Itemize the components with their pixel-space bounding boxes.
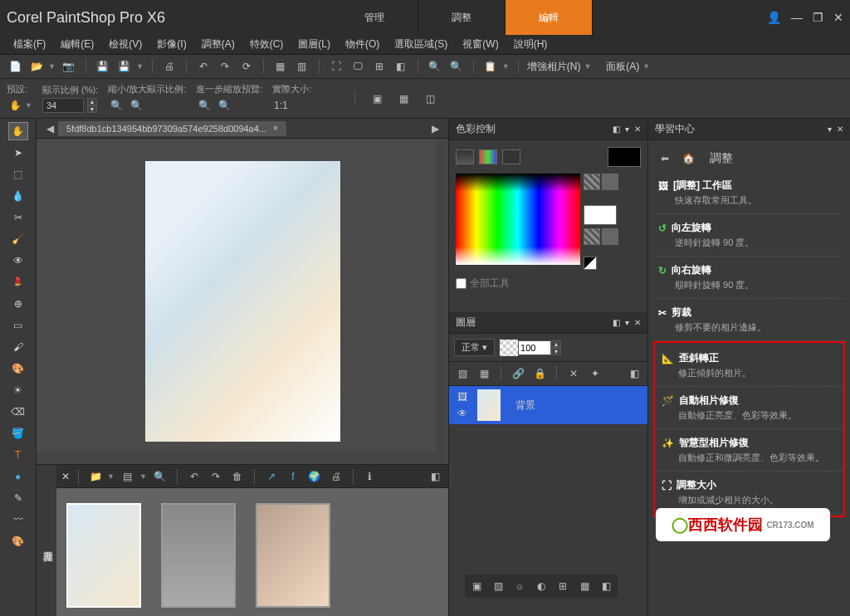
- actual-icon[interactable]: 1:1: [272, 97, 289, 114]
- canvas-viewport[interactable]: [37, 139, 448, 464]
- layer-type-icon[interactable]: 🖼: [452, 389, 472, 404]
- new-icon[interactable]: 📄: [7, 58, 23, 75]
- mini3-icon[interactable]: ☼: [511, 578, 528, 594]
- delete-layer-icon[interactable]: ✕: [565, 365, 582, 382]
- chip-pattern1[interactable]: [584, 174, 600, 190]
- lock-icon[interactable]: 🔒: [531, 365, 548, 382]
- oil-tool[interactable]: 🎨: [8, 532, 28, 550]
- org-rotate-l-icon[interactable]: ↶: [186, 468, 203, 485]
- link-icon[interactable]: 🔗: [510, 365, 526, 382]
- learn-home-icon[interactable]: 🏠: [680, 150, 696, 167]
- menu-image[interactable]: 影像(I): [150, 36, 193, 53]
- learn-item-rotate-right[interactable]: ↻向右旋轉 順時針旋轉 90 度。: [653, 257, 845, 299]
- panel-menu[interactable]: 面板(A): [606, 60, 639, 74]
- fill-tool[interactable]: 🪣: [8, 424, 28, 442]
- mask-icon[interactable]: ▦: [476, 365, 492, 382]
- brush-tool[interactable]: 🖌: [8, 338, 28, 356]
- zoom-out-icon[interactable]: 🔍: [427, 58, 443, 75]
- org-folder-dropdown[interactable]: ▼: [107, 472, 115, 481]
- learn-item-crop[interactable]: ✂剪裁 修剪不要的相片邊緣。: [653, 299, 845, 341]
- canvas-image[interactable]: [145, 161, 340, 442]
- zoom-up[interactable]: ▲: [87, 98, 97, 105]
- org-menu-icon[interactable]: ◧: [427, 468, 443, 485]
- redo-icon[interactable]: ↷: [217, 58, 233, 75]
- pointer-tool[interactable]: ➤: [8, 144, 28, 162]
- copy-dropdown[interactable]: ▼: [502, 62, 510, 71]
- menu-adjust[interactable]: 調整(A): [195, 36, 242, 53]
- menu-selection[interactable]: 選取區域(S): [388, 36, 454, 53]
- clone-tool[interactable]: ⊕: [8, 295, 28, 313]
- bw-swatch[interactable]: [584, 257, 597, 270]
- smudge-tool[interactable]: 〰: [8, 511, 28, 529]
- saveas-dropdown[interactable]: ▼: [136, 62, 144, 71]
- zoom-in-icon[interactable]: 🔍: [448, 58, 465, 75]
- thumbnail-3[interactable]: [256, 503, 330, 608]
- tool4-icon[interactable]: ◧: [393, 58, 409, 75]
- org-map-icon[interactable]: 🌍: [306, 468, 323, 485]
- grid-icon[interactable]: ⊞: [371, 58, 388, 75]
- zoom-in2-icon[interactable]: 🔍: [128, 97, 144, 114]
- text-tool[interactable]: T: [8, 446, 28, 464]
- extra2-icon[interactable]: ▦: [395, 90, 412, 107]
- zoom-input[interactable]: [42, 98, 84, 113]
- mini6-icon[interactable]: ▦: [576, 578, 593, 594]
- org-print-icon[interactable]: 🖨: [328, 468, 344, 485]
- crop-tool[interactable]: ✂: [8, 208, 28, 227]
- new-layer-icon[interactable]: ▧: [454, 365, 471, 382]
- extra1-icon[interactable]: ▣: [369, 90, 385, 107]
- color-panel-header[interactable]: 色彩控制 ◧▾✕: [449, 119, 647, 140]
- nav-prev-icon[interactable]: ◀: [42, 120, 58, 137]
- frame-style-2[interactable]: [479, 149, 497, 164]
- shape-tool[interactable]: ●: [8, 467, 28, 486]
- org-rotate-r-icon[interactable]: ↷: [208, 468, 224, 485]
- org-close-icon[interactable]: ✕: [61, 471, 70, 482]
- org-view-icon[interactable]: ▤: [120, 468, 136, 485]
- zoom-out2-icon[interactable]: 🔍: [108, 97, 125, 114]
- learn-item-auto-fix[interactable]: 🪄自動相片修復 自動修正亮度、色彩等效果。: [657, 387, 842, 429]
- color-picker[interactable]: [456, 174, 580, 265]
- menu-view[interactable]: 檢視(V): [102, 36, 149, 53]
- mini1-icon[interactable]: ▣: [468, 578, 485, 594]
- history-icon[interactable]: ⟳: [238, 58, 255, 75]
- horizontal-scrollbar[interactable]: [37, 452, 448, 464]
- document-tab-close[interactable]: ×: [273, 124, 278, 133]
- preset-dropdown[interactable]: ▼: [25, 101, 32, 110]
- layer-name[interactable]: 背景: [515, 398, 535, 413]
- layout2-icon[interactable]: ▥: [294, 58, 310, 75]
- minimize-button[interactable]: —: [791, 11, 803, 24]
- extra3-icon[interactable]: ◫: [422, 90, 438, 107]
- menu-effects[interactable]: 特效(C): [243, 36, 291, 53]
- layers-panel-undock-icon[interactable]: ◧: [613, 318, 620, 327]
- redeye-tool[interactable]: 👁: [8, 252, 28, 270]
- thumbnail-1[interactable]: [66, 503, 141, 608]
- learning-panel-header[interactable]: 學習中心 ▾✕: [648, 119, 850, 140]
- chip-pattern3[interactable]: [584, 228, 600, 245]
- pan-tool[interactable]: ✋: [8, 122, 28, 140]
- all-tools-checkbox[interactable]: [456, 278, 467, 289]
- menu-window[interactable]: 視窗(W): [456, 36, 505, 53]
- learning-panel-close-icon[interactable]: ✕: [837, 125, 843, 134]
- color-panel-undock-icon[interactable]: ◧: [613, 125, 620, 134]
- learn-item-rotate-left[interactable]: ↺向左旋轉 逆時針旋轉 90 度。: [653, 214, 845, 257]
- palette-tool[interactable]: 🎨: [8, 359, 28, 378]
- copy-icon[interactable]: 📋: [482, 58, 499, 75]
- preset-hand-icon[interactable]: ✋: [7, 97, 23, 114]
- layer-menu-icon[interactable]: ◧: [626, 365, 642, 382]
- opacity-input[interactable]: [518, 340, 551, 355]
- tab-adjust[interactable]: 調整: [418, 0, 506, 35]
- menu-help[interactable]: 說明(H): [507, 36, 554, 53]
- maximize-button[interactable]: ❐: [813, 11, 823, 24]
- learn-item-straighten[interactable]: 📐歪斜轉正 修正傾斜的相片。: [657, 345, 842, 387]
- blend-mode-select[interactable]: 正常 ▾: [454, 339, 495, 356]
- gradient-tool[interactable]: ▭: [8, 316, 28, 335]
- color-panel-close-icon[interactable]: ✕: [634, 125, 641, 134]
- mini7-icon[interactable]: ◧: [598, 578, 614, 594]
- foreground-swatch[interactable]: [608, 147, 641, 167]
- panel-dropdown[interactable]: ▼: [642, 62, 650, 71]
- enhance-photo-menu[interactable]: 增強相片(N): [527, 60, 581, 74]
- step-out-icon[interactable]: 🔍: [196, 97, 212, 114]
- enhance-dropdown[interactable]: ▼: [584, 62, 591, 71]
- menu-layers[interactable]: 圖層(L): [291, 36, 337, 53]
- org-share-icon[interactable]: ↗: [263, 468, 280, 485]
- tab-manage[interactable]: 管理: [331, 0, 418, 35]
